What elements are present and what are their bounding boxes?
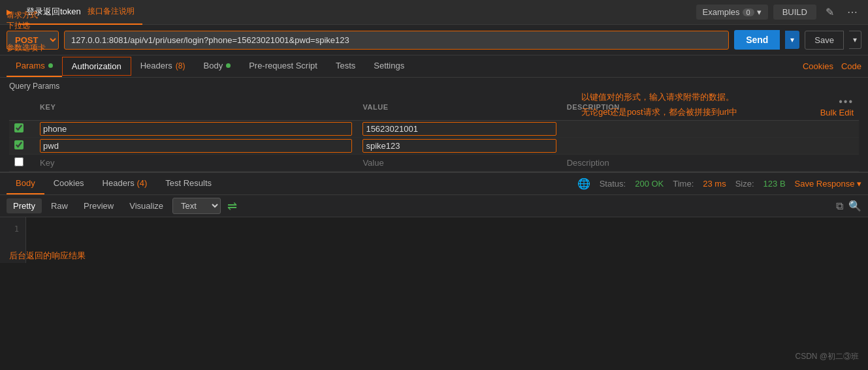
save-response-label: Save Response [795,179,855,189]
pwd-desc-input[interactable] [567,139,794,153]
examples-button[interactable]: Examples 0 ▾ [696,5,768,20]
method-select[interactable]: POST GET [7,31,59,50]
placeholder-desc-input[interactable] [567,156,794,170]
wrap-icon[interactable]: ⇌ [223,199,241,213]
headers-count: (8) [176,61,185,70]
send-label: Send [746,35,768,45]
pwd-desc-cell [562,138,799,155]
cookies-link[interactable]: Cookies [803,61,833,71]
pwd-key-input[interactable] [40,139,352,153]
pwd-value-input[interactable] [362,139,556,153]
body-tab-label: Body [204,61,223,70]
phone-key-input[interactable] [40,122,352,136]
resp-body-label: Body [16,178,35,188]
format-select[interactable]: Text JSON HTML [172,198,221,214]
param-row-pwd [9,138,859,155]
params-tab[interactable]: Params 参数选项卡 [7,55,62,77]
resp-bottom-annotation: 后台返回的响应结果 [9,250,86,262]
code-link[interactable]: Code [841,61,861,71]
send-dropdown-button[interactable]: ▾ [785,31,799,49]
save-dropdown-button[interactable]: ▾ [849,31,861,49]
resp-format-bar: Pretty Raw Preview Visualize Text JSON H… [0,195,868,217]
resp-headers-tab[interactable]: Headers (4) [93,173,157,194]
value-header: VALUE [357,93,561,121]
visualize-tab[interactable]: Visualize [123,198,170,213]
raw-label: Raw [51,201,68,211]
bulk-edit-button[interactable]: Bulk Edit [820,108,854,117]
resp-test-results-tab[interactable]: Test Results [156,173,221,194]
examples-count: 0 [743,8,754,16]
query-params-title: Query Params [9,82,859,91]
body-dot [226,63,231,68]
send-button[interactable]: Send [734,30,780,50]
tests-label: Tests [336,61,355,70]
pwd-checkbox[interactable] [14,140,24,149]
phone-value-input[interactable] [362,122,556,136]
edit-icon-button[interactable]: ✎ [822,5,838,20]
settings-tab[interactable]: Settings [364,55,413,77]
request-tab[interactable]: 登录返回token 接口备注说明 [18,0,142,25]
key-header: KEY [35,93,357,121]
settings-label: Settings [374,61,404,70]
resp-body-tab[interactable]: Body [7,173,44,194]
body-tab[interactable]: Body [195,55,240,77]
phone-desc-input[interactable] [567,122,794,136]
pretty-label: Pretty [13,201,35,211]
search-response-button[interactable]: 🔍 [848,200,861,212]
checkbox-header [9,93,35,121]
resp-cookies-tab[interactable]: Cookies [44,173,93,194]
examples-dropdown-icon: ▾ [757,7,762,17]
placeholder-key-input[interactable] [40,156,352,170]
save-response-dropdown-icon: ▾ [857,179,861,189]
pretty-tab[interactable]: Pretty [7,198,42,213]
save-response-button[interactable]: Save Response ▾ [795,179,861,189]
phone-desc-cell [562,121,799,138]
status-value: 200 OK [635,179,664,189]
resp-headers-count: (4) [137,178,147,188]
resp-cookies-label: Cookies [54,178,84,188]
edit-icon: ✎ [826,7,834,18]
expand-icon: ▶ [7,8,12,16]
placeholder-checkbox-cell [9,155,35,172]
headers-tab[interactable]: Headers (8) [131,55,195,77]
placeholder-value-input[interactable] [362,156,556,170]
resp-tabs-right: 🌐 Status: 200 OK Time: 23 ms Size: 123 B… [577,177,861,190]
status-label: Status: [600,179,626,189]
authorization-tab[interactable]: Authorization [62,57,131,76]
method-wrapper: 请求方式 下拉选 POST GET [7,31,59,50]
line-1: 1 [7,223,19,237]
resp-body-area: 1 后台返回的响应结果 [0,217,868,263]
more-button[interactable]: ••• [839,96,854,108]
params-header-row: KEY VALUE DESCRIPTION ••• Bulk Edit [9,93,859,121]
preview-tab[interactable]: Preview [77,198,120,213]
search-icon: 🔍 [848,200,861,211]
visualize-label: Visualize [129,201,163,211]
more-icon: ⋯ [847,7,858,18]
phone-checkbox[interactable] [14,123,24,132]
response-section: Body Cookies Headers (4) Test Results 🌐 … [0,172,868,263]
pwd-value-cell [357,138,561,155]
examples-label: Examples [703,7,740,17]
build-button[interactable]: BUILD [773,5,816,20]
pre-request-label: Pre-request Script [249,61,317,70]
top-bar-left: ▶ 登录返回token 接口备注说明 [7,0,696,25]
copy-response-button[interactable]: ⧉ [836,200,843,212]
size-value: 123 B [764,179,786,189]
placeholder-key-cell [35,155,357,172]
time-value: 23 ms [703,179,726,189]
save-button[interactable]: Save [805,31,844,50]
build-label: BUILD [782,7,807,17]
tests-tab[interactable]: Tests [327,55,364,77]
raw-tab[interactable]: Raw [44,198,74,213]
resp-test-results-label: Test Results [165,178,212,188]
headers-tab-label: Headers [140,61,172,70]
auth-tab-label: Authorization [72,61,121,71]
top-bar: ▶ 登录返回token 接口备注说明 Examples 0 ▾ BUILD ✎ … [0,0,868,25]
description-header: DESCRIPTION [562,93,799,121]
url-input[interactable]: 127.0.0.1:8081/api/v1/pri/user/login?pho… [64,31,729,50]
placeholder-checkbox[interactable] [14,157,24,166]
more-icon-button[interactable]: ⋯ [843,5,861,20]
pwd-checkbox-cell [9,138,35,155]
pre-request-tab[interactable]: Pre-request Script [240,55,327,77]
placeholder-value-cell [357,155,561,172]
